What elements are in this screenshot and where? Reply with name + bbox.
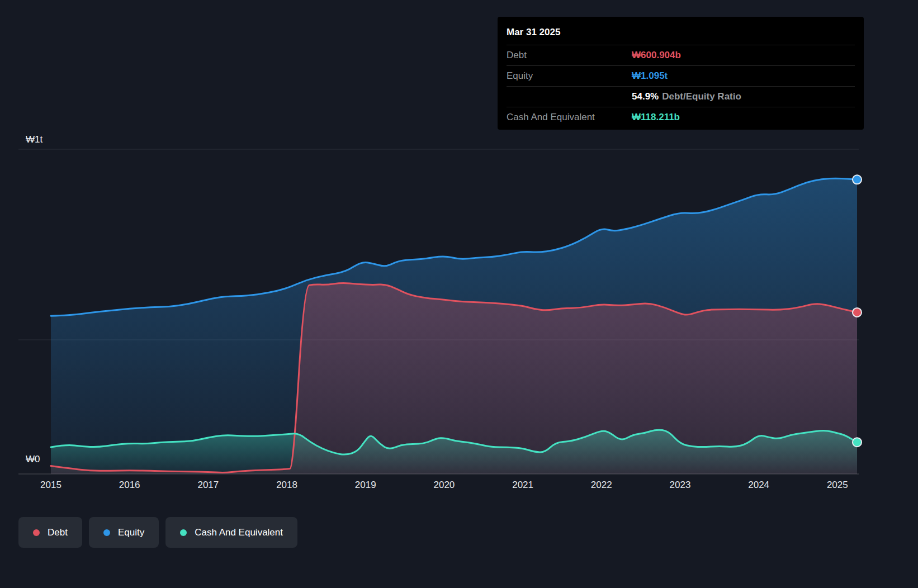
ratio-label: Debt/Equity Ratio bbox=[662, 91, 741, 102]
tooltip-equity-value: ₩1.095t bbox=[632, 70, 668, 82]
x-axis-ticks: 2015201620172018201920202021202220232024… bbox=[0, 480, 918, 493]
tooltip-debt-label: Debt bbox=[507, 50, 632, 61]
tooltip-equity-label: Equity bbox=[507, 70, 632, 82]
tooltip-debt-value: ₩600.904b bbox=[632, 50, 681, 61]
cash-and-equivalent-legend-dot-icon bbox=[180, 529, 187, 536]
tooltip-cash-label: Cash And Equivalent bbox=[507, 112, 632, 123]
equity-end-marker bbox=[853, 175, 862, 184]
legend-label: Equity bbox=[118, 527, 144, 538]
x-tick-2022: 2022 bbox=[591, 480, 612, 491]
tooltip-ratio-row: 54.9%Debt/Equity Ratio bbox=[507, 87, 855, 107]
chart-tooltip: Mar 31 2025 Debt ₩600.904b Equity ₩1.095… bbox=[498, 17, 864, 130]
legend-label: Cash And Equivalent bbox=[195, 527, 283, 538]
legend-item-cash-and-equivalent[interactable]: Cash And Equivalent bbox=[165, 517, 297, 548]
tooltip-date: Mar 31 2025 bbox=[507, 23, 855, 45]
cash-and-equivalent-end-marker bbox=[853, 438, 862, 447]
x-tick-2020: 2020 bbox=[433, 480, 455, 491]
x-tick-2025: 2025 bbox=[827, 480, 848, 491]
debt-legend-dot-icon bbox=[33, 529, 40, 536]
x-tick-2018: 2018 bbox=[276, 480, 297, 491]
equity-legend-dot-icon bbox=[103, 529, 110, 536]
y-axis-max-label: ₩1t bbox=[26, 134, 42, 145]
x-tick-2023: 2023 bbox=[670, 480, 691, 491]
debt-end-marker bbox=[853, 308, 862, 317]
ratio-percent: 54.9% bbox=[632, 91, 659, 102]
x-tick-2016: 2016 bbox=[119, 480, 140, 491]
y-axis-zero-label: ₩0 bbox=[26, 454, 40, 465]
tooltip-cash-value: ₩118.211b bbox=[632, 112, 680, 123]
tooltip-ratio-value: 54.9%Debt/Equity Ratio bbox=[632, 91, 741, 102]
tooltip-cash-row: Cash And Equivalent ₩118.211b bbox=[507, 107, 855, 127]
tooltip-debt-row: Debt ₩600.904b bbox=[507, 45, 855, 66]
chart-legend: DebtEquityCash And Equivalent bbox=[18, 517, 297, 548]
x-tick-2015: 2015 bbox=[40, 480, 61, 491]
x-tick-2024: 2024 bbox=[748, 480, 769, 491]
x-tick-2021: 2021 bbox=[512, 480, 533, 491]
legend-item-equity[interactable]: Equity bbox=[89, 517, 159, 548]
legend-item-debt[interactable]: Debt bbox=[18, 517, 82, 548]
legend-label: Debt bbox=[48, 527, 68, 538]
x-tick-2017: 2017 bbox=[197, 480, 219, 491]
x-tick-2019: 2019 bbox=[355, 480, 376, 491]
tooltip-equity-row: Equity ₩1.095t bbox=[507, 66, 855, 87]
